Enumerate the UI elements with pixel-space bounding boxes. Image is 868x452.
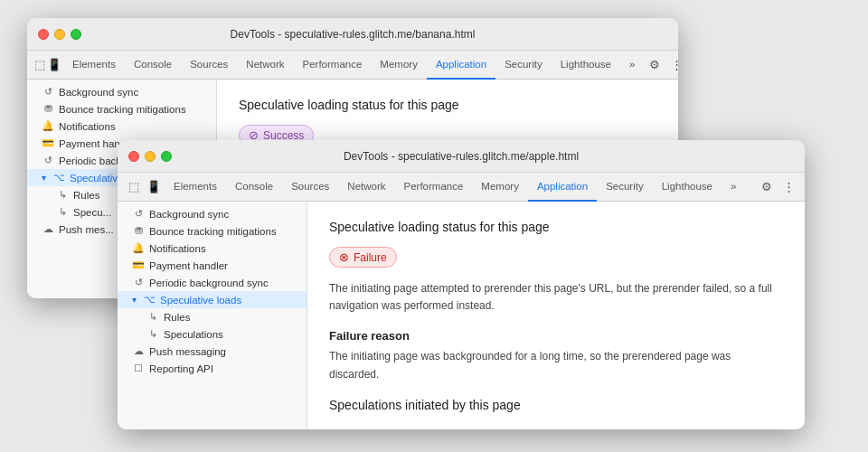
tab-security-2[interactable]: Security <box>597 173 653 202</box>
sidebar-label-notifications-2: Notifications <box>149 243 206 254</box>
speculative-loads-icon-1: ⌥ <box>52 172 65 184</box>
speculations-icon-1: ↳ <box>56 206 69 218</box>
sidebar-label-periodic-sync-2: Periodic background sync <box>149 278 269 288</box>
speculative-loads-icon-2: ⌥ <box>143 294 156 306</box>
chevron-speculative-2: ▾ <box>132 295 137 305</box>
main-content-2: Speculative loading status for this page… <box>307 202 805 429</box>
close-button-1[interactable] <box>38 29 49 40</box>
sidebar-item-bounce-tracking-1[interactable]: ⛃ Bounce tracking mitigations <box>27 100 216 118</box>
rules-icon-2: ↳ <box>146 311 159 323</box>
devtools-body-2: ↺ Background sync ⛃ Bounce tracking miti… <box>118 202 805 429</box>
sidebar-item-notifications-1[interactable]: 🔔 Notifications <box>27 118 216 135</box>
devtools-toolbar-2: ⬚ 📱 Elements Console Sources Network Per… <box>118 173 805 202</box>
payment-handler-icon-2: 💳 <box>132 259 145 271</box>
tab-console-2[interactable]: Console <box>226 173 282 202</box>
tab-memory-1[interactable]: Memory <box>371 51 427 80</box>
sidebar-item-push-messaging-2[interactable]: ☁ Push messaging <box>118 343 307 360</box>
failure-icon: ⊗ <box>339 250 349 264</box>
sidebar-label-background-sync-1: Background sync <box>59 87 138 98</box>
tab-memory-2[interactable]: Memory <box>472 173 528 202</box>
settings-icon-1[interactable]: ⚙ <box>646 56 664 74</box>
background-sync-icon-2: ↺ <box>132 208 145 220</box>
badge-label-2: Failure <box>354 251 387 264</box>
tab-elements-2[interactable]: Elements <box>165 173 226 202</box>
failure-reason-title: Failure reason <box>329 329 783 343</box>
sidebar-label-speculative-loads-2: Speculative loads <box>160 295 241 306</box>
speculations-section: Speculations initiated by this page <box>329 398 783 412</box>
tab-lighthouse-1[interactable]: Lighthouse <box>552 51 620 80</box>
rules-icon-1: ↳ <box>56 189 69 201</box>
window-title-2: DevTools - speculative-rules.glitch.me/a… <box>344 150 579 163</box>
maximize-button-1[interactable] <box>71 29 81 40</box>
tab-network-2[interactable]: Network <box>338 173 394 202</box>
sidebar-item-notifications-2[interactable]: 🔔 Notifications <box>118 240 307 257</box>
sidebar-label-rules-2: Rules <box>164 312 190 323</box>
sidebar-item-payment-handler-2[interactable]: 💳 Payment handler <box>118 257 307 274</box>
sidebar-label-payment-handler-2: Payment handler <box>149 260 228 271</box>
minimize-button-1[interactable] <box>54 29 65 40</box>
bounce-tracking-icon-2: ⛃ <box>132 225 145 237</box>
tab-elements-1[interactable]: Elements <box>63 51 125 80</box>
minimize-button-2[interactable] <box>145 151 156 162</box>
tab-application-1[interactable]: Application <box>427 51 495 80</box>
tab-sources-2[interactable]: Sources <box>282 173 338 202</box>
titlebar-2: DevTools - speculative-rules.glitch.me/a… <box>118 140 805 173</box>
tab-network-1[interactable]: Network <box>237 51 293 80</box>
device-icon-2[interactable]: 📱 <box>145 178 163 196</box>
close-button-2[interactable] <box>128 151 139 162</box>
push-messaging-icon-1: ☁ <box>42 223 54 235</box>
failure-description: The initiating page attempted to prerend… <box>329 280 783 315</box>
periodic-sync-icon-2: ↺ <box>132 277 145 288</box>
tab-more-1[interactable]: » <box>620 51 644 80</box>
sidebar-item-reporting-api-2[interactable]: ☐ Reporting API <box>118 360 307 377</box>
maximize-button-2[interactable] <box>161 151 172 162</box>
push-messaging-icon-2: ☁ <box>132 345 145 357</box>
traffic-lights-1 <box>38 29 81 40</box>
tab-more-2[interactable]: » <box>722 173 745 202</box>
tab-console-1[interactable]: Console <box>125 51 181 80</box>
sidebar-label-push-messaging-2: Push messaging <box>149 346 226 357</box>
toolbar-right-1: ⚙ ⋮ <box>646 56 678 74</box>
sidebar-label-speculations-1: Specu... <box>73 207 111 218</box>
more-icon-1[interactable]: ⋮ <box>667 56 678 74</box>
devtools-window-2: DevTools - speculative-rules.glitch.me/a… <box>118 140 805 429</box>
titlebar-1: DevTools - speculative-rules.glitch.me/b… <box>27 18 678 51</box>
traffic-lights-2 <box>128 151 172 162</box>
tab-bar-2: Elements Console Sources Network Perform… <box>165 173 756 202</box>
sidebar-item-speculative-loads-2[interactable]: ▾ ⌥ Speculative loads <box>118 291 307 308</box>
tab-lighthouse-2[interactable]: Lighthouse <box>653 173 722 202</box>
notifications-icon-1: 🔔 <box>42 120 54 132</box>
background-sync-icon-1: ↺ <box>42 86 54 98</box>
sidebar-item-periodic-sync-2[interactable]: ↺ Periodic background sync <box>118 274 307 291</box>
speculations-icon-2: ↳ <box>146 328 159 340</box>
sidebar-label-bounce-tracking-2: Bounce tracking mitigations <box>149 226 277 237</box>
inspector-icon-2[interactable]: ⬚ <box>125 178 143 196</box>
sidebar-item-rules-2[interactable]: ↳ Rules <box>118 308 307 325</box>
tab-performance-1[interactable]: Performance <box>294 51 372 80</box>
sidebar-item-background-sync-1[interactable]: ↺ Background sync <box>27 83 216 100</box>
sidebar-item-speculations-2[interactable]: ↳ Speculations <box>118 325 307 343</box>
failure-reason-text: The initiating page was backgrounded for… <box>329 348 783 382</box>
settings-icon-2[interactable]: ⚙ <box>758 178 776 196</box>
tab-performance-2[interactable]: Performance <box>395 173 473 202</box>
section-title-2: Speculative loading status for this page <box>329 220 783 234</box>
bounce-tracking-icon-1: ⛃ <box>42 103 54 115</box>
sidebar-item-bounce-tracking-2[interactable]: ⛃ Bounce tracking mitigations <box>118 222 307 240</box>
speculations-title: Speculations initiated by this page <box>329 398 783 412</box>
sidebar-label-speculations-2: Speculations <box>164 329 223 340</box>
chevron-speculative-1: ▾ <box>42 173 46 183</box>
sidebar-item-background-sync-2[interactable]: ↺ Background sync <box>118 205 307 222</box>
sidebar-label-notifications-1: Notifications <box>59 121 116 132</box>
sidebar-label-push-messaging-1: Push mes... <box>59 224 114 235</box>
sidebar-label-rules-1: Rules <box>73 190 99 201</box>
reporting-api-icon-2: ☐ <box>132 363 145 374</box>
tab-sources-1[interactable]: Sources <box>181 51 237 80</box>
tab-application-2[interactable]: Application <box>528 173 597 202</box>
device-icon[interactable]: 📱 <box>47 56 61 74</box>
inspector-icon[interactable]: ⬚ <box>34 56 45 74</box>
tab-security-1[interactable]: Security <box>495 51 552 80</box>
sidebar-label-bounce-tracking-1: Bounce tracking mitigations <box>59 104 186 115</box>
window-title-1: DevTools - speculative-rules.glitch.me/b… <box>231 28 476 41</box>
more-icon-2[interactable]: ⋮ <box>779 178 797 196</box>
toolbar-right-2: ⚙ ⋮ <box>758 178 797 196</box>
